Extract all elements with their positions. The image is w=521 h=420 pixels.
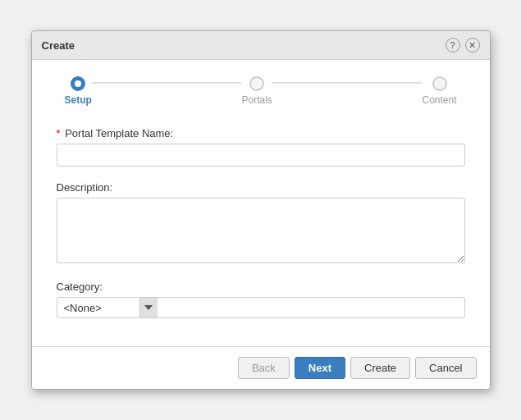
step-content: Content	[422, 76, 456, 106]
step-label-content: Content	[422, 94, 456, 106]
category-dropdown-arrow[interactable]	[139, 297, 158, 318]
step-circle-setup	[71, 76, 85, 91]
close-button[interactable]: ✕	[465, 38, 480, 52]
dialog-title: Create	[42, 39, 75, 52]
description-textarea[interactable]	[57, 198, 465, 263]
step-label-setup: Setup	[65, 94, 92, 106]
description-label: Description:	[57, 181, 465, 194]
step-circle-portals	[249, 76, 264, 91]
chevron-down-icon	[144, 305, 153, 310]
step-portals: Portals	[241, 76, 272, 106]
step-setup: Setup	[65, 76, 92, 106]
cancel-button[interactable]: Cancel	[415, 357, 476, 379]
header-icons: ? ✕	[446, 38, 480, 52]
portal-template-name-input[interactable]	[57, 144, 465, 167]
dialog-body: * Portal Template Name: Description: Cat…	[32, 114, 490, 346]
category-group: Category: <None>	[57, 281, 465, 318]
back-button[interactable]: Back	[238, 357, 290, 379]
stepper: Setup Portals Content	[32, 60, 490, 114]
portal-template-name-label-text: Portal Template Name:	[65, 127, 173, 139]
category-select[interactable]: <None>	[57, 297, 465, 318]
create-dialog: Create ? ✕ Setup Portals Content * Porta…	[31, 30, 491, 390]
next-button[interactable]: Next	[295, 357, 345, 379]
step-label-portals: Portals	[241, 94, 272, 106]
step-line-1	[92, 82, 242, 84]
dialog-footer: Back Next Create Cancel	[32, 346, 490, 389]
help-button[interactable]: ?	[446, 38, 460, 52]
portal-template-name-label: * Portal Template Name:	[57, 127, 465, 139]
create-button[interactable]: Create	[350, 357, 410, 379]
dialog-header: Create ? ✕	[32, 31, 490, 60]
description-group: Description:	[57, 181, 465, 266]
category-value: <None>	[57, 299, 139, 317]
portal-template-name-group: * Portal Template Name:	[57, 127, 465, 167]
category-label: Category:	[57, 281, 465, 293]
step-circle-content	[432, 76, 447, 91]
required-star: *	[57, 127, 61, 139]
step-line-2	[272, 82, 423, 84]
